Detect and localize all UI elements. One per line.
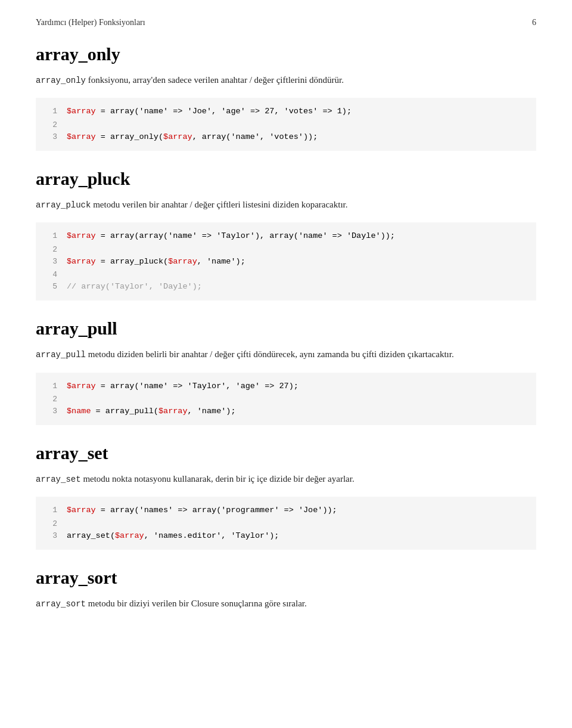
- section-desc-array-set: array_set metodu nokta notasyonu kullana…: [36, 472, 536, 486]
- code-line: 3 $array = array_pluck($array, 'name');: [41, 255, 527, 268]
- line-number: 1: [41, 380, 57, 392]
- code-block-array-pluck: 1 $array = array(array('name' => 'Taylor…: [36, 222, 536, 301]
- section-desc-array-sort: array_sort metodu bir diziyi verilen bir…: [36, 596, 536, 611]
- code-line: 1 $array = array('name' => 'Taylor', 'ag…: [41, 380, 527, 393]
- header-title: Yardımcı (Helper) Fonksiyonları: [36, 18, 145, 27]
- page-header: Yardımcı (Helper) Fonksiyonları 6: [36, 18, 536, 27]
- section-title-array-sort: array_sort: [36, 568, 536, 588]
- line-number: 1: [41, 504, 57, 516]
- section-array-pluck: array_pluck array_pluck metodu verilen b…: [36, 169, 536, 301]
- code-block-array-pull: 1 $array = array('name' => 'Taylor', 'ag…: [36, 373, 536, 426]
- line-number: 2: [41, 119, 57, 131]
- code-line: 1 $array = array('name' => 'Joe', 'age' …: [41, 105, 527, 118]
- line-number: 2: [41, 243, 57, 256]
- code-block-array-set: 1 $array = array('names' => array('progr…: [36, 497, 536, 550]
- code-block-array-only: 1 $array = array('name' => 'Joe', 'age' …: [36, 98, 536, 151]
- section-title-array-set: array_set: [36, 443, 536, 463]
- code-line: 2: [41, 119, 527, 131]
- code-line: 2: [41, 243, 527, 255]
- code-line: 1 $array = array('names' => array('progr…: [41, 504, 527, 517]
- code-line: 2: [41, 518, 527, 529]
- line-number: 2: [41, 518, 57, 530]
- code-content: $array = array(array('name' => 'Taylor')…: [67, 230, 395, 243]
- line-number: 2: [41, 393, 57, 405]
- code-content: $array = array('name' => 'Joe', 'age' =>…: [67, 105, 352, 118]
- line-number: 3: [41, 529, 57, 542]
- code-line: 3 array_set($array, 'names.editor', 'Tay…: [41, 529, 527, 543]
- code-content: $array = array('names' => array('program…: [67, 504, 337, 517]
- line-number: 1: [41, 105, 57, 117]
- section-array-set: array_set array_set metodu nokta notasyo…: [36, 443, 536, 550]
- code-ref-array-set: array_set: [36, 475, 81, 484]
- code-content: // array('Taylor', 'Dayle');: [67, 280, 202, 293]
- code-content: $name = array_pull($array, 'name');: [67, 405, 236, 418]
- code-content: array_set($array, 'names.editor', 'Taylo…: [67, 529, 279, 543]
- code-ref-array-only: array_only: [36, 76, 86, 85]
- line-number: 3: [41, 255, 57, 268]
- code-ref-array-pull: array_pull: [36, 350, 86, 360]
- section-desc-array-pull: array_pull metodu diziden belirli bir an…: [36, 347, 536, 361]
- section-array-sort: array_sort array_sort metodu bir diziyi …: [36, 568, 536, 611]
- code-line: 1 $array = array(array('name' => 'Taylor…: [41, 230, 527, 243]
- section-array-only: array_only array_only fonksiyonu, array'…: [36, 44, 536, 151]
- code-line: 3 $name = array_pull($array, 'name');: [41, 405, 527, 418]
- line-number: 5: [41, 280, 57, 293]
- line-number: 3: [41, 131, 57, 143]
- section-title-array-only: array_only: [36, 44, 536, 64]
- section-desc-array-pluck: array_pluck metodu verilen bir anahtar /…: [36, 197, 536, 212]
- code-ref-array-sort: array_sort: [36, 599, 86, 609]
- line-number: 3: [41, 405, 57, 417]
- code-line: 2: [41, 393, 527, 405]
- code-line: 4: [41, 268, 527, 280]
- code-content: $array = array_pluck($array, 'name');: [67, 255, 245, 268]
- code-line: 3 $array = array_only($array, array('nam…: [41, 131, 527, 144]
- line-number: 1: [41, 230, 57, 242]
- section-title-array-pull: array_pull: [36, 318, 536, 339]
- section-desc-array-only: array_only fonksiyonu, array'den sadece …: [36, 73, 536, 87]
- section-array-pull: array_pull array_pull metodu diziden bel…: [36, 318, 536, 425]
- section-title-array-pluck: array_pluck: [36, 169, 536, 189]
- code-content: $array = array('name' => 'Taylor', 'age'…: [67, 380, 299, 393]
- page-number: 6: [532, 18, 536, 27]
- code-ref-array-pluck: array_pluck: [36, 200, 91, 210]
- code-content: $array = array_only($array, array('name'…: [67, 131, 318, 144]
- line-number: 4: [41, 268, 57, 281]
- code-line: 5 // array('Taylor', 'Dayle');: [41, 280, 527, 293]
